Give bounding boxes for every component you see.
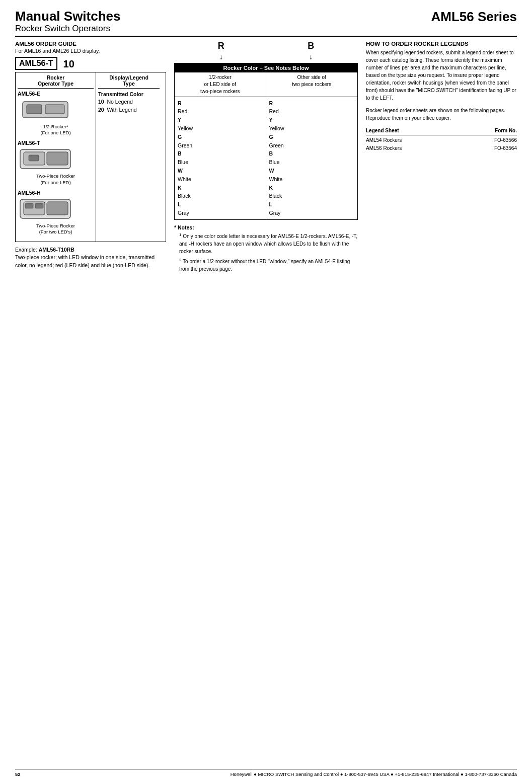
aml56h-label: AML56-H	[18, 190, 94, 196]
aml56t-desc: Two-Piece Rocker(For one LED)	[18, 173, 94, 186]
display-legend-col: Display/LegendType Transmitted Color 10 …	[96, 72, 162, 242]
legend-sheet-header-row: Legend Sheet Form No.	[366, 127, 517, 135]
color-entry: LGray	[178, 200, 263, 217]
with-legend-code: 20	[98, 107, 104, 113]
page-header: Manual Switches Rocker Switch Operators …	[15, 9, 517, 37]
color-entry: LGray	[269, 200, 355, 217]
rocker-color-subheader: 1/2-rockeror LED side oftwo-piece rocker…	[175, 72, 357, 97]
legend-sheet-name: AML54 Rockers	[366, 136, 402, 144]
how-to-para-1: When specifying legended rockers, submit…	[366, 49, 517, 102]
footer-page: 52	[15, 771, 21, 777]
operator-table: RockerOperator Type AML56-E 1/2-Rocker*(…	[15, 72, 166, 242]
middle-column: R↓ B↓ Rocker Color – See Notes Below 1/2…	[171, 41, 361, 275]
header-right: AML56 Series	[431, 9, 517, 25]
example-section: Example: AML56-T10RB Two-piece rocker; w…	[15, 246, 166, 270]
operator-aml56e: AML56-E 1/2-Rocker*(For one LED)	[18, 91, 94, 136]
order-guide-title: AML56 ORDER GUIDE	[15, 41, 166, 47]
aml56e-desc: 1/2-Rocker*(For one LED)	[18, 124, 94, 136]
color-entry: BBlue	[178, 149, 263, 167]
operator-type-col: RockerOperator Type AML56-E 1/2-Rocker*(…	[16, 72, 96, 242]
aml56t-label: AML56-T	[18, 140, 94, 146]
header-left: Manual Switches Rocker Switch Operators	[15, 9, 121, 34]
legend-sheet-col1-header: Legend Sheet	[366, 127, 399, 135]
legend-sheet-section: Legend Sheet Form No. AML54 RockersFO-63…	[366, 127, 517, 152]
main-content: AML56 ORDER GUIDE For AML16 and AML26 LE…	[15, 41, 517, 275]
aml56t-rocker-image	[18, 147, 73, 172]
example-label: Example:	[15, 247, 37, 253]
example-code: AML56-T10RB	[39, 247, 74, 253]
order-code-row: AML56-T 10	[15, 57, 166, 70]
series-title: AML56 Series	[431, 9, 517, 25]
footer-text: Honeywell ● MICRO SWITCH Sensing and Con…	[231, 771, 517, 777]
color-col-1: RRedYYellowGGreenBBlueWWhiteKBlackLGray	[175, 97, 266, 219]
legend-no-legend: 10 No Legend	[98, 98, 160, 106]
page-title-main: Manual Switches	[15, 9, 121, 24]
notes-title: * Notes:	[174, 224, 358, 232]
color-entry: KBlack	[178, 184, 263, 201]
aml56h-rocker-image	[18, 197, 73, 222]
legend-with-legend: 20 With Legend	[98, 106, 160, 114]
legend-transmitted-color: Transmitted Color	[98, 91, 160, 99]
page-title-sub: Rocker Switch Operators	[15, 24, 121, 34]
notes-section: * Notes: 1 Only one color code letter is…	[174, 224, 358, 273]
operator-aml56h: AML56-H Two-Piece Rocker(For two LED's)	[18, 190, 94, 236]
note-1: 1 Only one color code letter is necessar…	[179, 232, 358, 255]
color-entry: WWhite	[178, 167, 263, 184]
right-column: HOW TO ORDER ROCKER LEGENDS When specify…	[361, 41, 517, 275]
display-legend-header: Display/LegendType	[98, 74, 160, 89]
svg-rect-5	[47, 152, 68, 165]
legend-sheet-form: FO-63564	[494, 144, 517, 152]
legend-sheet-rows: AML54 RockersFO-63566AML56 RockersFO-635…	[366, 136, 517, 152]
legend-sheet-name: AML56 Rockers	[366, 144, 402, 152]
how-to-para-2: Rocker legend order sheets are shown on …	[366, 107, 517, 122]
how-to-title: HOW TO ORDER ROCKER LEGENDS	[366, 41, 517, 47]
color-entry: GGreen	[178, 133, 263, 150]
color-entry: YYellow	[269, 116, 355, 133]
note-2-text: To order a 1/2-rocker without the LED ''…	[179, 259, 350, 272]
arrow-headers: R↓ B↓	[174, 41, 358, 62]
note-2: 2 To order a 1/2-rocker without the LED …	[179, 257, 358, 273]
aml56h-desc: Two-Piece Rocker(For two LED's)	[18, 223, 94, 236]
transmitted-color-label: Transmitted Color	[98, 91, 143, 97]
arrow-b: B↓	[266, 41, 356, 62]
page-footer: 52 Honeywell ● MICRO SWITCH Sensing and …	[15, 769, 517, 777]
color-entry: KBlack	[269, 184, 355, 201]
rocker-color-table: Rocker Color – See Notes Below 1/2-rocke…	[174, 63, 358, 220]
left-column: AML56 ORDER GUIDE For AML16 and AML26 LE…	[15, 41, 171, 275]
svg-rect-1	[27, 105, 42, 114]
color-entry: WWhite	[269, 167, 355, 184]
operator-type-header: RockerOperator Type	[18, 74, 94, 89]
order-code-10: 10	[57, 58, 81, 70]
aml56e-label: AML56-E	[18, 91, 94, 97]
color-entry: GGreen	[269, 133, 355, 150]
rocker-color-col1-sub: 1/2-rockeror LED side oftwo-piece rocker…	[175, 72, 266, 97]
operator-aml56t: AML56-T Two-Piece Rocker(For one LED)	[18, 140, 94, 186]
svg-rect-10	[25, 203, 33, 208]
legend-sheet-item: AML54 RockersFO-63566	[366, 136, 517, 144]
order-guide-subtitle: For AML16 and AML26 LED display.	[15, 48, 166, 54]
color-entry: RRed	[178, 99, 263, 116]
legend-sheet-form: FO-63566	[494, 136, 517, 144]
color-entry: YYellow	[178, 116, 263, 133]
rocker-color-col2-sub: Other side oftwo piece rockers	[266, 72, 358, 97]
color-col-2: RRedYYellowGGreenBBlueWWhiteKBlackLGray	[266, 97, 358, 219]
note-1-text: Only one color code letter is necessary …	[179, 233, 357, 254]
no-legend-code: 10	[98, 99, 104, 105]
color-entry: RRed	[269, 99, 355, 116]
svg-rect-6	[29, 155, 39, 161]
svg-rect-11	[35, 203, 43, 208]
legend-sheet-item: AML56 RockersFO-63564	[366, 144, 517, 152]
color-entry: BBlue	[269, 149, 355, 167]
arrow-r: R↓	[176, 41, 266, 62]
order-code-aml56t: AML56-T	[15, 57, 57, 70]
page-container: Manual Switches Rocker Switch Operators …	[0, 0, 532, 285]
example-desc: Two-piece rocker; with LED window in one…	[15, 254, 155, 268]
rocker-color-header: Rocker Color – See Notes Below	[175, 63, 357, 72]
color-rows: RRedYYellowGGreenBBlueWWhiteKBlackLGray …	[175, 97, 357, 219]
aml56e-rocker-image	[18, 98, 73, 123]
svg-rect-2	[45, 105, 64, 114]
svg-rect-9	[47, 202, 68, 215]
legend-sheet-col2-header: Form No.	[495, 127, 517, 135]
